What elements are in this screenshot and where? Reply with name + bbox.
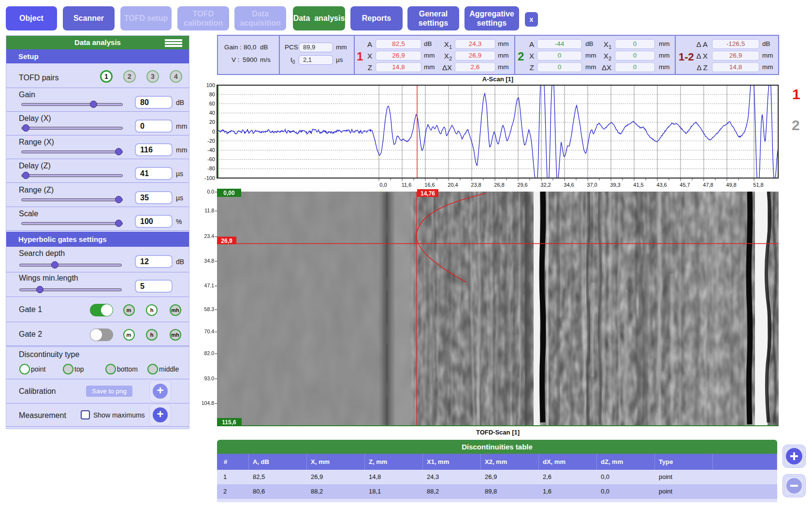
svg-text:43,6: 43,6 [656,182,667,188]
svg-text:100: 100 [206,83,215,88]
svg-text:20,4: 20,4 [448,182,458,188]
svg-text:26,9: 26,9 [221,238,232,244]
svg-text:49,8: 49,8 [726,182,736,188]
svg-text:37,0: 37,0 [587,182,597,188]
svg-text:40: 40 [209,110,215,116]
svg-text:82.0: 82.0 [204,350,215,356]
svg-text:0.0: 0.0 [207,189,214,194]
svg-text:-40: -40 [207,147,215,153]
svg-text:14,76: 14,76 [420,190,435,197]
svg-text:51,8: 51,8 [753,182,763,188]
svg-text:23.4: 23.4 [204,233,215,239]
svg-text:104.8: 104.8 [202,400,214,406]
svg-text:45,7: 45,7 [680,182,690,188]
svg-text:26,8: 26,8 [494,182,504,188]
svg-text:115,6: 115,6 [222,419,236,426]
svg-text:29,6: 29,6 [517,182,527,188]
svg-text:23,8: 23,8 [471,182,481,188]
svg-text:0,0: 0,0 [379,182,387,188]
svg-text:20: 20 [209,119,215,125]
svg-text:-60: -60 [207,156,215,162]
svg-text:34,6: 34,6 [564,182,574,188]
svg-text:47,8: 47,8 [703,182,713,188]
svg-text:-20: -20 [207,138,215,144]
svg-text:58.3: 58.3 [204,306,215,312]
svg-text:39,3: 39,3 [610,182,620,188]
svg-text:41,5: 41,5 [633,182,643,188]
svg-text:11,6: 11,6 [402,182,412,188]
svg-text:70.4: 70.4 [204,329,215,334]
svg-text:32,2: 32,2 [540,182,551,188]
svg-text:0: 0 [212,129,215,134]
svg-text:0,00: 0,00 [223,190,235,196]
svg-text:93.0: 93.0 [204,375,215,381]
svg-text:60: 60 [209,101,215,106]
svg-text:11.8: 11.8 [204,208,214,213]
svg-text:80: 80 [209,91,215,97]
svg-text:-80: -80 [207,165,215,171]
svg-text:-100: -100 [204,175,215,181]
svg-text:47.1: 47.1 [204,283,215,288]
svg-text:34.8: 34.8 [204,258,215,264]
svg-text:16,6: 16,6 [424,182,435,188]
